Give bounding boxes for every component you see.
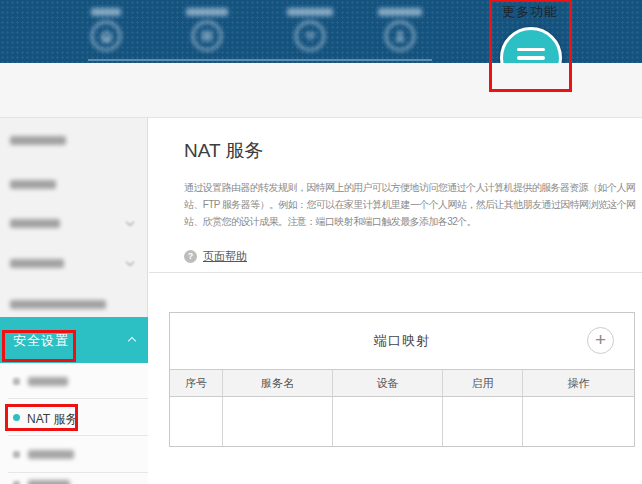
wifi-icon: [295, 21, 325, 51]
submenu-item-nat-service[interactable]: NAT 服务: [0, 399, 148, 436]
page-help-link[interactable]: ? 页面帮助: [184, 249, 247, 264]
user-icon: [385, 21, 415, 51]
column-header-action: 操作: [523, 370, 634, 396]
nav-label-redacted: [186, 8, 228, 16]
sidebar-item-redacted-2[interactable]: [0, 176, 148, 198]
top-nav-bar: 更多功能: [0, 0, 642, 63]
add-rule-button[interactable]: +: [587, 327, 614, 354]
submenu-item-redacted-3[interactable]: [0, 473, 148, 484]
sidebar-item-redacted-1[interactable]: [0, 132, 148, 154]
chevron-down-icon: [126, 258, 134, 266]
nav-item-home[interactable]: [71, 0, 141, 63]
table-row: [170, 397, 634, 446]
port-mapping-table: 端口映射 + 序号 服务名 设备 启用 操作: [169, 312, 635, 447]
sidebar-item-security-settings[interactable]: 安全设置: [0, 317, 148, 363]
hamburger-icon: [517, 48, 545, 52]
sidebar-item-redacted-5[interactable]: [0, 296, 148, 318]
sidebar-item-redacted-4[interactable]: [0, 255, 148, 277]
nav-item-apps[interactable]: [172, 0, 242, 63]
nat-service-label: NAT 服务: [27, 411, 77, 428]
dot-icon: [13, 414, 20, 421]
nav-item-user[interactable]: [365, 0, 435, 63]
nav-label-redacted: [378, 8, 422, 16]
settings-sidebar: 安全设置 NAT 服务: [0, 118, 148, 484]
submenu-item-redacted-1[interactable]: [0, 363, 148, 400]
page-title: NAT 服务: [184, 138, 264, 164]
column-header-index: 序号: [170, 370, 223, 396]
security-submenu: NAT 服务: [0, 363, 148, 484]
more-functions-label: 更多功能: [502, 3, 558, 21]
apps-icon: [192, 21, 222, 51]
table-caption: 端口映射: [170, 313, 634, 369]
security-settings-label: 安全设置: [13, 332, 69, 350]
nav-label-redacted: [287, 8, 333, 16]
table-caption-row: 端口映射 +: [170, 313, 634, 369]
column-header-service: 服务名: [223, 370, 333, 396]
secondary-header-band: [0, 63, 642, 118]
column-header-enable: 启用: [443, 370, 523, 396]
nav-underline: [88, 59, 432, 61]
column-header-device: 设备: [333, 370, 443, 396]
question-mark-icon: ?: [184, 250, 197, 263]
content-divider: [149, 272, 642, 273]
chevron-up-icon: [128, 337, 136, 345]
table-header-row: 序号 服务名 设备 启用 操作: [170, 369, 634, 397]
sidebar-item-redacted-3[interactable]: [0, 215, 148, 237]
nav-label-redacted: [91, 8, 121, 16]
router-admin-page: 更多功能 安全设置: [0, 0, 642, 484]
nat-service-panel: NAT 服务 通过设置路由器的转发规则，因特网上的用户可以方便地访问您通过个人计…: [149, 118, 642, 484]
chevron-down-icon: [126, 218, 134, 226]
home-icon: [91, 21, 121, 51]
submenu-item-redacted-2[interactable]: [0, 436, 148, 473]
page-help-label: 页面帮助: [203, 249, 247, 264]
page-description: 通过设置路由器的转发规则，因特网上的用户可以方便地访问您通过个人计算机提供的服务…: [184, 179, 636, 230]
nav-item-wifi[interactable]: [275, 0, 345, 63]
